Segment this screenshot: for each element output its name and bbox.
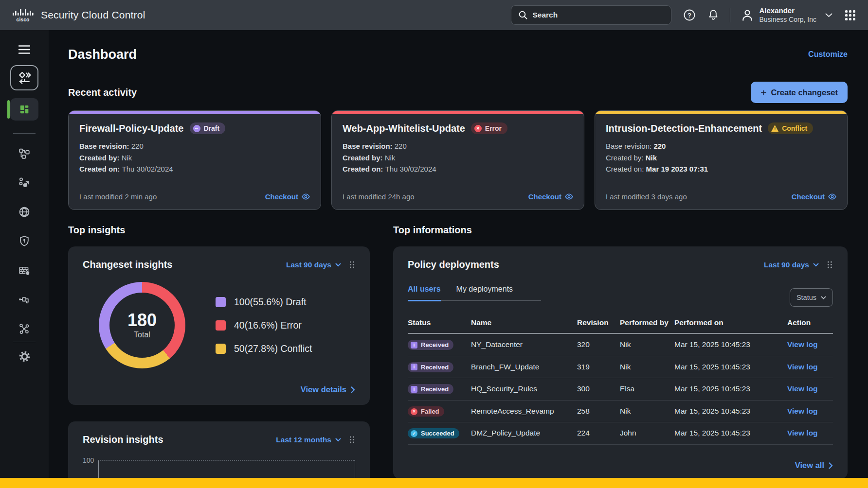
user-name: Alexander [760, 6, 817, 16]
checkout-link[interactable]: Checkout [528, 192, 573, 201]
deployment-flow-icon[interactable] [18, 293, 31, 306]
view-log-link[interactable]: View log [787, 384, 833, 393]
field-row: Base revision220 [343, 140, 573, 152]
field-row: Base revision220 [79, 140, 310, 152]
topology-icon[interactable] [18, 147, 31, 160]
last-modified: Last modified 3 days ago [606, 192, 687, 201]
policy-deployments-title: Policy deployments [408, 259, 499, 270]
card-accent-strip [69, 111, 321, 114]
field-row: Created byNik [343, 152, 573, 164]
col-name: Name [471, 318, 577, 327]
brand: cisco Security Cloud Control [12, 8, 145, 22]
eye-icon [302, 193, 310, 200]
changeset-name: Firewall-Policy-Update [79, 123, 184, 134]
create-changeset-button[interactable]: + Create changeset [751, 82, 848, 103]
range-selector[interactable]: Last 90 days [286, 261, 341, 269]
status-badge: Conflict [768, 122, 813, 134]
legend-swatch [216, 320, 226, 331]
view-details-link[interactable]: View details [301, 385, 355, 394]
deployment-name: DMZ_Policy_Update [471, 429, 577, 437]
drag-handle-icon[interactable] [349, 261, 355, 269]
deployment-status-badge: Received [408, 340, 453, 350]
changeset-name: Intrusion-Detection-Enhancement [606, 123, 762, 134]
changeset-icon[interactable] [10, 65, 38, 90]
drag-handle-icon[interactable] [827, 261, 833, 269]
legend-item: 40(16.6%) Error [216, 320, 312, 331]
integrations-icon[interactable] [18, 322, 31, 335]
table-row: Received NY_Datacenter 320 Nik Mar 15, 2… [408, 334, 833, 356]
objects-icon[interactable] [18, 176, 31, 189]
user-avatar-icon [740, 8, 755, 22]
drag-handle-icon[interactable] [349, 436, 355, 444]
svg-text:?: ? [687, 12, 691, 19]
donut-total: 180 [127, 311, 157, 330]
view-all-link[interactable]: View all [795, 461, 833, 470]
dashboard-icon[interactable] [10, 98, 38, 121]
deployment-revision: 320 [577, 340, 620, 349]
search-box[interactable] [511, 5, 671, 25]
user-info: Alexander Business Corp, Inc [760, 6, 817, 24]
recent-activity-heading: Recent activity [68, 87, 137, 98]
changeset-fields: Base revision220 Created byNik Created o… [606, 140, 836, 175]
tab-all-users[interactable]: All users [408, 285, 441, 301]
status-badge-icon [474, 125, 482, 132]
status-filter-dropdown[interactable]: Status [790, 288, 833, 307]
col-performed-by: Performed by [620, 318, 674, 327]
notifications-bell-icon[interactable] [707, 9, 719, 21]
main-content: Dashboard Customize Recent activity + Cr… [49, 30, 868, 488]
cisco-logo-icon: cisco [12, 8, 34, 22]
top-insights-heading: Top insights [68, 225, 370, 236]
tab-my-deployments[interactable]: My deployments [456, 285, 513, 300]
checkout-link[interactable]: Checkout [265, 192, 310, 201]
policy-deployments-panel: Policy deployments Last 90 days [393, 246, 848, 479]
view-log-link[interactable]: View log [787, 429, 833, 437]
col-action: Action [787, 318, 833, 327]
changeset-card: Firewall-Policy-Update Draft Base revisi… [68, 110, 321, 210]
last-modified: Last modified 2 min ago [79, 192, 157, 201]
chevron-down-icon[interactable] [825, 13, 832, 17]
deployment-revision: 319 [577, 363, 620, 371]
changeset-insights-panel: Changeset insights Last 90 days [68, 246, 370, 405]
deployments-tabs: All users My deployments [408, 285, 541, 301]
security-shield-icon[interactable] [18, 235, 31, 247]
changeset-card: Intrusion-Detection-Enhancement Conflict… [595, 110, 848, 210]
app-switcher-icon[interactable] [845, 10, 855, 20]
range-selector[interactable]: Last 12 months [276, 436, 341, 444]
legend-swatch [216, 297, 226, 307]
range-selector[interactable]: Last 90 days [764, 261, 819, 269]
donut-legend: 100(55.6%) Draft 40(16.6%) Error [216, 296, 312, 354]
table-row: Succeeded DMZ_Policy_Update 224 John Mar… [408, 422, 833, 445]
legend-item: 50(27.8%) Conflict [216, 343, 312, 354]
table-header: Status Name Revision Performed by Perfor… [408, 318, 833, 334]
search-input[interactable] [533, 11, 664, 19]
help-icon[interactable]: ? [683, 9, 696, 21]
field-row: Created byNik [79, 152, 310, 164]
deployment-performed-on: Mar 15, 2025 10:45:23 [674, 429, 787, 437]
changeset-fields: Base revision220 Created byNik Created o… [343, 140, 573, 175]
status-badge-icon [771, 125, 778, 132]
customize-link[interactable]: Customize [808, 50, 848, 59]
checkout-link[interactable]: Checkout [792, 192, 836, 201]
status-badge: Draft [190, 122, 226, 134]
user-menu[interactable]: Alexander Business Corp, Inc [740, 6, 833, 24]
topbar-divider [730, 8, 730, 22]
deployment-revision: 258 [577, 407, 620, 416]
view-log-link[interactable]: View log [787, 340, 833, 349]
legend-item: 100(55.6%) Draft [216, 296, 312, 308]
field-row: Created onThu 30/02/2024 [79, 163, 310, 175]
deployment-performed-by: Nik [620, 407, 674, 416]
network-globe-icon[interactable] [18, 206, 31, 218]
deployment-name: NY_Datacenter [471, 340, 577, 349]
deployment-status-icon [411, 342, 417, 349]
deployment-status-icon [411, 364, 417, 370]
changeset-insights-title: Changeset insights [83, 259, 172, 270]
deployment-performed-by: Nik [620, 363, 674, 371]
card-accent-strip [332, 111, 584, 114]
settings-gear-icon[interactable] [18, 350, 31, 363]
menu-icon[interactable] [18, 45, 31, 54]
view-log-link[interactable]: View log [787, 407, 833, 416]
field-row: Base revision220 [606, 140, 836, 152]
view-log-link[interactable]: View log [787, 363, 833, 371]
firewall-icon[interactable] [18, 264, 31, 277]
revision-insights-title: Revision insights [83, 434, 163, 445]
